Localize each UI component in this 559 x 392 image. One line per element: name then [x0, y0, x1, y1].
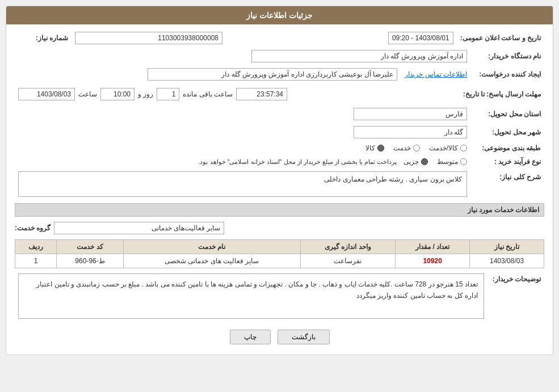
cell-date: 1403/08/03: [470, 254, 544, 268]
radio-circle-mutavasset: [460, 158, 467, 165]
reply-remaining-label: ساعت باقی مانده: [183, 90, 233, 98]
process-radio-group: متوسط جزیی: [404, 158, 467, 166]
creator-label: ایجاد کننده درخواست:: [470, 66, 544, 82]
reply-days-value: 1: [157, 88, 179, 100]
radio-jozi: جزیی: [404, 158, 428, 166]
announce-label: تاریخ و ساعت اعلان عمومی:: [457, 30, 544, 46]
info-row-6: شهر محل تحویل: گله دار: [15, 124, 544, 140]
city-value: گله دار: [354, 126, 467, 138]
cell-quantity: 10920: [396, 254, 470, 268]
radio-label-khedmat: خدمت: [393, 144, 411, 152]
service-group-value: سایر فعالیت‌های خدماتی: [54, 222, 224, 234]
buyer-desc-value: تعداد 15 هنرجو در 728 ساعت .کلیه خدمات ا…: [18, 273, 484, 319]
province-label: استان محل تحویل:: [470, 106, 544, 122]
radio-kala: کالا: [365, 144, 384, 152]
org-name-value: اداره آموزش وپرورش گله دار: [251, 50, 467, 62]
announce-value: 1403/08/01 - 09:20: [388, 32, 453, 44]
process-note: پرداخت تمام یا بخشی از مبلغ خریدار از مح…: [198, 158, 397, 166]
need-desc-value: کلاس برون سپاری . رشته طراحی معماری داخل…: [18, 171, 467, 197]
creator-value: علیرضا آل بوعیشی کاربردارزی اداره آموزش …: [148, 68, 397, 81]
card-body: تاریخ و ساعت اعلان عمومی: 1403/08/01 - 0…: [6, 24, 553, 355]
category-radio-group: کالا/خدمت خدمت کالا: [90, 144, 467, 152]
col-header-unit: واحد اندازه گیری: [300, 240, 396, 254]
services-table: تاریخ نیاز تعداد / مقدار واحد اندازه گیر…: [15, 239, 544, 268]
info-row-need-desc: شرح کلی نیاز: کلاس برون سپاری . رشته طرا…: [15, 170, 544, 199]
col-header-code: کد خدمت: [57, 240, 124, 254]
radio-khedmat: خدمت: [393, 144, 420, 152]
city-label: شهر محل تحویل:: [470, 124, 544, 140]
info-row-5: استان محل تحویل: فارس: [15, 106, 544, 122]
radio-circle-jozi: [421, 158, 428, 165]
need-desc-label: شرح کلی نیاز:: [470, 170, 544, 199]
services-section-title: اطلاعات خدمات مورد نیاز: [15, 203, 544, 217]
info-row-4: مهلت ارسال پاسخ: تا تاریخ: 23:57:34 ساعت…: [15, 85, 544, 104]
reply-date-value: 1403/08/03: [18, 88, 75, 100]
reply-time-label: ساعت: [78, 90, 97, 98]
cell-code: ط-96-960: [57, 254, 124, 268]
radio-label-kala-khedmat: کالا/خدمت: [429, 144, 458, 152]
org-name-label: نام دستگاه خریدار:: [470, 48, 544, 64]
radio-circle-kala: [377, 145, 384, 151]
need-number-value: 1103003938000008: [75, 32, 222, 44]
category-label: طبقه بندی موضوعی:: [470, 142, 544, 154]
cell-row: 1: [15, 254, 57, 268]
col-header-date: تاریخ نیاز: [470, 240, 544, 254]
creator-link[interactable]: اطلاعات تماس خریدار: [405, 70, 467, 78]
col-header-row: ردیف: [15, 240, 57, 254]
radio-mutavasset: متوسط: [437, 158, 467, 166]
process-label: نوع فرآیند خرید :: [470, 156, 544, 167]
radio-circle-kala-khedmat: [460, 145, 467, 151]
print-button[interactable]: چاپ: [230, 330, 271, 344]
cell-unit: نفرساعت: [300, 254, 396, 268]
info-row-buyer-desc: توضیحات خریدار: تعداد 15 هنرجو در 728 سا…: [15, 272, 544, 321]
radio-circle-khedmat: [413, 145, 420, 151]
buyer-desc-label: توضیحات خریدار:: [487, 272, 544, 321]
province-value: فارس: [354, 108, 467, 120]
table-row: 1403/08/03 10920 نفرساعت سایر فعالیت های…: [15, 254, 544, 268]
remaining-row: 23:57:34 ساعت باقی مانده 1 روز و 10:00 س…: [18, 86, 456, 102]
reply-remaining-value: 23:57:34: [236, 88, 287, 100]
back-button[interactable]: بازگشت: [278, 330, 330, 344]
service-group-label: گروه خدمت:: [15, 224, 51, 232]
info-row-1: تاریخ و ساعت اعلان عمومی: 1403/08/01 - 0…: [15, 30, 544, 46]
reply-deadline-label: مهلت ارسال پاسخ: تا تاریخ:: [460, 85, 544, 104]
process-row: متوسط جزیی پرداخت تمام یا بخشی از مبلغ خ…: [18, 158, 467, 166]
need-number-label: شماره نیاز:: [15, 30, 72, 46]
col-header-name: نام خدمت: [124, 240, 301, 254]
info-row-8: نوع فرآیند خرید : متوسط جزیی: [15, 156, 544, 167]
radio-label-jozi: جزیی: [404, 158, 419, 166]
main-card: جزئیات اطلاعات نیاز تاریخ و ساعت اعلان ع…: [6, 6, 553, 355]
info-row-7: طبقه بندی موضوعی: کالا/خدمت خدمت: [15, 142, 544, 154]
radio-kala-khedmat: کالا/خدمت: [429, 144, 467, 152]
info-row-3: ایجاد کننده درخواست: اطلاعات تماس خریدار…: [15, 66, 544, 82]
bottom-buttons: بازگشت چاپ: [15, 323, 544, 349]
service-group-row: سایر فعالیت‌های خدماتی گروه خدمت:: [15, 220, 544, 236]
radio-label-mutavasset: متوسط: [437, 158, 458, 166]
cell-name: سایر فعالیت های خدماتی شخصی: [124, 254, 301, 268]
page-title: جزئیات اطلاعات نیاز: [246, 11, 313, 20]
col-header-quantity: تعداد / مقدار: [396, 240, 470, 254]
reply-time-value: 10:00: [100, 88, 135, 100]
radio-label-kala: کالا: [365, 144, 375, 152]
reply-days-label: روز و: [138, 90, 153, 98]
info-row-2: نام دستگاه خریدار: اداره آموزش وپرورش گل…: [15, 48, 544, 64]
card-header: جزئیات اطلاعات نیاز: [6, 6, 553, 24]
